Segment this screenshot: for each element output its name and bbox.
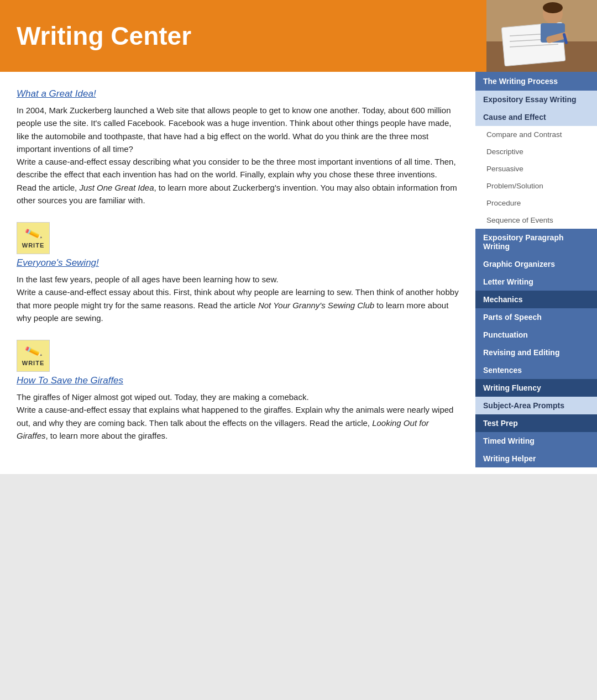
article-title-everyones-sewing[interactable]: Everyone's Sewing! xyxy=(17,257,459,269)
sidebar-item-descriptive[interactable]: Descriptive xyxy=(475,143,597,160)
main-layout: What a Great Idea! In 2004, Mark Zuckerb… xyxy=(0,72,597,474)
write-label-1: WRITE xyxy=(22,242,44,249)
header-image xyxy=(486,0,597,72)
sidebar-item-graphic-organizers[interactable]: Graphic Organizers xyxy=(475,255,597,273)
write-icon-block-2: ✏️ WRITE xyxy=(17,340,459,372)
sidebar-section-header: The Writing Process xyxy=(475,72,597,91)
sidebar-item-test-prep[interactable]: Test Prep xyxy=(475,414,597,432)
write-icon-block-1: ✏️ WRITE xyxy=(17,222,459,254)
page-header: Writing Center xyxy=(0,0,597,72)
article-title-how-to-save-giraffes[interactable]: How To Save the Giraffes xyxy=(17,375,459,386)
article-what-a-great-idea: What a Great Idea! In 2004, Mark Zuckerb… xyxy=(17,88,459,207)
article-body-everyones-sewing: In the last few years, people of all age… xyxy=(17,273,459,324)
article-body-what-a-great-idea: In 2004, Mark Zuckerberg launched a Web … xyxy=(17,104,459,207)
sidebar-item-mechanics[interactable]: Mechanics xyxy=(475,291,597,308)
sidebar-item-timed-writing[interactable]: Timed Writing xyxy=(475,432,597,450)
sidebar-item-punctuation[interactable]: Punctuation xyxy=(475,326,597,344)
sidebar-item-revising-and-editing[interactable]: Revising and Editing xyxy=(475,344,597,361)
sidebar-item-writing-fluency[interactable]: Writing Fluency xyxy=(475,379,597,397)
article-everyones-sewing: Everyone's Sewing! In the last few years… xyxy=(17,257,459,324)
pencil-icon-1: ✏️ xyxy=(24,226,43,243)
sidebar-item-cause-and-effect[interactable]: Cause and Effect xyxy=(475,108,597,126)
page-title: Writing Center xyxy=(17,21,191,51)
sidebar-item-sequence-of-events[interactable]: Sequence of Events xyxy=(475,212,597,229)
body-text-3a: The giraffes of Niger almost got wiped o… xyxy=(17,392,309,402)
sidebar-item-sentences[interactable]: Sentences xyxy=(475,361,597,379)
header-title-area: Writing Center xyxy=(0,0,486,72)
sidebar-item-procedure[interactable]: Procedure xyxy=(475,194,597,212)
sidebar-item-problem-solution[interactable]: Problem/Solution xyxy=(475,177,597,194)
svg-point-8 xyxy=(543,2,563,13)
sidebar-item-letter-writing[interactable]: Letter Writing xyxy=(475,273,597,291)
body-text-2a: In the last few years, people of all age… xyxy=(17,275,279,284)
article-title-what-a-great-idea[interactable]: What a Great Idea! xyxy=(17,88,459,99)
pencil-icon-2: ✏️ xyxy=(24,344,43,360)
body-text-1a: In 2004, Mark Zuckerberg launched a Web … xyxy=(17,106,451,154)
sidebar-item-persuasive[interactable]: Persuasive xyxy=(475,160,597,177)
content-area: What a Great Idea! In 2004, Mark Zuckerb… xyxy=(0,72,475,474)
write-label-2: WRITE xyxy=(22,360,44,366)
body-text-2b: Write a cause-and-effect essay about thi… xyxy=(17,287,459,323)
write-icon-box-2[interactable]: ✏️ WRITE xyxy=(17,340,50,372)
sidebar-item-parts-of-speech[interactable]: Parts of Speech xyxy=(475,308,597,326)
body-text-1b: Write a cause-and-effect essay describin… xyxy=(17,157,457,205)
body-text-3b: Write a cause-and-effect essay that expl… xyxy=(17,405,453,440)
sidebar: The Writing Process Expository Essay Wri… xyxy=(475,72,597,467)
sidebar-item-subject-area-prompts[interactable]: Subject-Area Prompts xyxy=(475,397,597,414)
sidebar-item-compare-and-contrast[interactable]: Compare and Contrast xyxy=(475,126,597,143)
sidebar-item-writing-helper[interactable]: Writing Helper xyxy=(475,450,597,467)
article-how-to-save-giraffes: How To Save the Giraffes The giraffes of… xyxy=(17,375,459,442)
write-icon-box-1[interactable]: ✏️ WRITE xyxy=(17,222,50,254)
sidebar-item-expository-essay-writing[interactable]: Expository Essay Writing xyxy=(475,91,597,108)
page-wrapper: Writing Center xyxy=(0,0,597,474)
article-body-how-to-save-giraffes: The giraffes of Niger almost got wiped o… xyxy=(17,391,459,442)
sidebar-item-expository-paragraph-writing[interactable]: Expository Paragraph Writing xyxy=(475,229,597,255)
